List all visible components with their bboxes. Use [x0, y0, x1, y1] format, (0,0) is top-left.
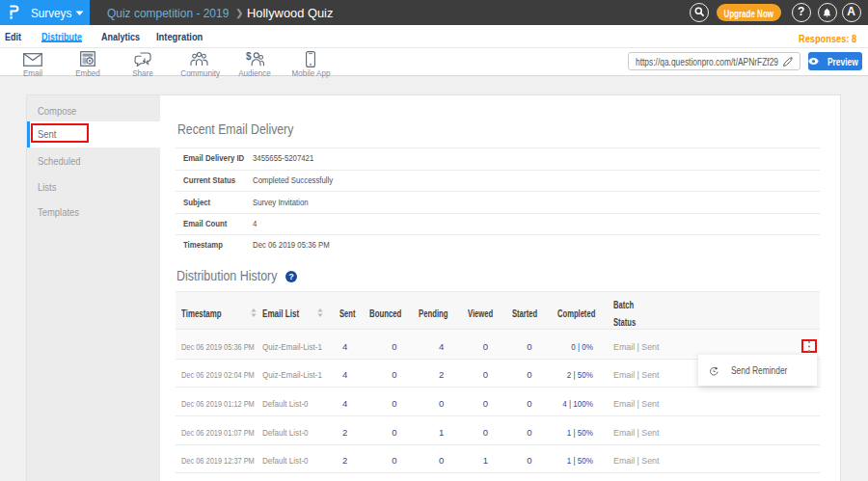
svg-text:$: $ [246, 51, 252, 62]
